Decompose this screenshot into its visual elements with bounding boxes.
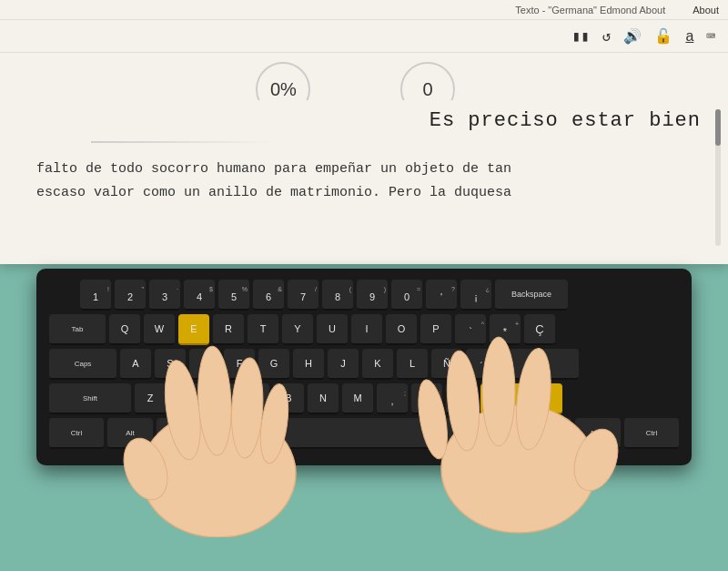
key-C[interactable]: C: [204, 383, 235, 414]
key-R[interactable]: R: [213, 314, 244, 345]
key-sym-5[interactable]: %5: [218, 280, 249, 311]
key-sym-3[interactable]: ·3: [149, 280, 180, 311]
pause-icon[interactable]: ▮▮: [572, 27, 590, 46]
key-sym-8[interactable]: (8: [322, 280, 353, 311]
key-comma[interactable]: ;,: [377, 383, 408, 414]
text-separator: [91, 141, 273, 143]
key-sym-q[interactable]: ?': [426, 280, 457, 311]
scrollbar-track[interactable]: [715, 109, 721, 246]
key-enter[interactable]: Enter: [500, 349, 579, 380]
key-A[interactable]: A: [120, 349, 151, 380]
key-M[interactable]: M: [342, 383, 373, 414]
key-row-qwerty: Tab Q W E R T Y U I O P ^` +* Ç: [49, 314, 679, 345]
text-display: Es preciso estar bien falto de todo soco…: [0, 100, 728, 264]
audio-icon[interactable]: 🔊: [623, 27, 642, 46]
key-tab-placeholder: [49, 280, 76, 311]
key-caps[interactable]: Caps: [49, 349, 116, 380]
key-tab[interactable]: Tab: [49, 314, 106, 345]
key-B[interactable]: B: [273, 383, 304, 414]
key-V[interactable]: V: [238, 383, 269, 414]
key-plus[interactable]: +*: [490, 314, 521, 345]
scrollbar-thumb[interactable]: [715, 109, 721, 146]
key-row-zxcv: Shift Z X C V B N M ;, :. _- Sh: [49, 383, 679, 414]
key-accent[interactable]: Á´: [466, 349, 497, 380]
key-ctrl-right[interactable]: Ctrl: [624, 418, 679, 449]
key-Y[interactable]: Y: [282, 314, 313, 345]
key-F[interactable]: F: [224, 349, 255, 380]
key-row-asdf: Caps A S D F G H J K L Ñ Á´ Enter: [49, 349, 679, 380]
key-sym-6[interactable]: &6: [253, 280, 284, 311]
text-title-display: Es preciso estar bien: [36, 109, 701, 132]
key-Q[interactable]: Q: [109, 314, 140, 345]
about-link[interactable]: About: [693, 5, 719, 15]
key-N-tilde[interactable]: Ñ: [431, 349, 462, 380]
key-space[interactable]: [157, 418, 571, 449]
text-title: Texto - "Germana" Edmond About: [515, 5, 665, 15]
key-sym-1[interactable]: !1: [80, 280, 111, 311]
key-L[interactable]: L: [397, 349, 428, 380]
key-backspace[interactable]: Backspace: [495, 280, 568, 311]
key-alt-left[interactable]: Alt: [107, 418, 153, 449]
key-row-bottom: Ctrl Alt AltGr Ctrl: [49, 418, 679, 449]
key-G[interactable]: G: [258, 349, 289, 380]
keyboard: !1 "2 ·3 $4 %5 &6 /7 (8 )9 =0 ?' ¿¡ Back…: [36, 269, 692, 465]
key-row-symbols: !1 "2 ·3 $4 %5 &6 /7 (8 )9 =0 ?' ¿¡ Back…: [49, 280, 679, 311]
top-bar: Texto - "Germana" Edmond About About: [0, 0, 728, 20]
text-line-2: escaso valor como un anillo de matrimoni…: [36, 181, 701, 205]
key-O[interactable]: O: [386, 314, 417, 345]
key-U[interactable]: U: [317, 314, 348, 345]
key-bracket[interactable]: ^`: [455, 314, 486, 345]
text-body: falto de todo socorro humano para empeña…: [36, 158, 701, 204]
key-I[interactable]: I: [351, 314, 382, 345]
key-sym-7[interactable]: /7: [288, 280, 318, 311]
key-alt-right[interactable]: AltGr: [575, 418, 621, 449]
key-shift-right[interactable]: Sh: [480, 383, 562, 414]
key-P[interactable]: P: [420, 314, 451, 345]
keyboard-container: !1 "2 ·3 $4 %5 &6 /7 (8 )9 =0 ?' ¿¡ Back…: [36, 269, 692, 465]
key-c-cedilla[interactable]: Ç: [524, 314, 555, 345]
key-sym-9[interactable]: )9: [357, 280, 388, 311]
key-W[interactable]: W: [144, 314, 175, 345]
toolbar: ▮▮ ↺ 🔊 🔓 a ⌨: [0, 20, 728, 53]
key-N[interactable]: N: [308, 383, 339, 414]
key-S[interactable]: S: [155, 349, 186, 380]
key-sym-0[interactable]: =0: [391, 280, 422, 311]
key-K[interactable]: K: [362, 349, 393, 380]
underline-a-icon[interactable]: a: [685, 28, 693, 45]
key-shift-left[interactable]: Shift: [49, 383, 131, 414]
unlock-icon[interactable]: 🔓: [654, 27, 672, 46]
text-line-1: falto de todo socorro humano para empeña…: [36, 158, 701, 181]
key-J[interactable]: J: [328, 349, 359, 380]
key-E[interactable]: E: [178, 314, 209, 345]
paper-area: Texto - "Germana" Edmond About About ▮▮ …: [0, 0, 728, 264]
key-Z[interactable]: Z: [135, 383, 166, 414]
keyboard-icon[interactable]: ⌨: [706, 27, 715, 46]
key-ctrl-left[interactable]: Ctrl: [49, 418, 104, 449]
key-D[interactable]: D: [189, 349, 220, 380]
key-sym-2[interactable]: "2: [115, 280, 146, 311]
key-H[interactable]: H: [293, 349, 324, 380]
key-T[interactable]: T: [248, 314, 278, 345]
undo-icon[interactable]: ↺: [602, 27, 612, 46]
key-X[interactable]: X: [169, 383, 200, 414]
key-minus[interactable]: _-: [446, 383, 477, 414]
key-sym-excl[interactable]: ¿¡: [460, 280, 491, 311]
key-period[interactable]: :.: [411, 383, 442, 414]
key-sym-4[interactable]: $4: [184, 280, 215, 311]
